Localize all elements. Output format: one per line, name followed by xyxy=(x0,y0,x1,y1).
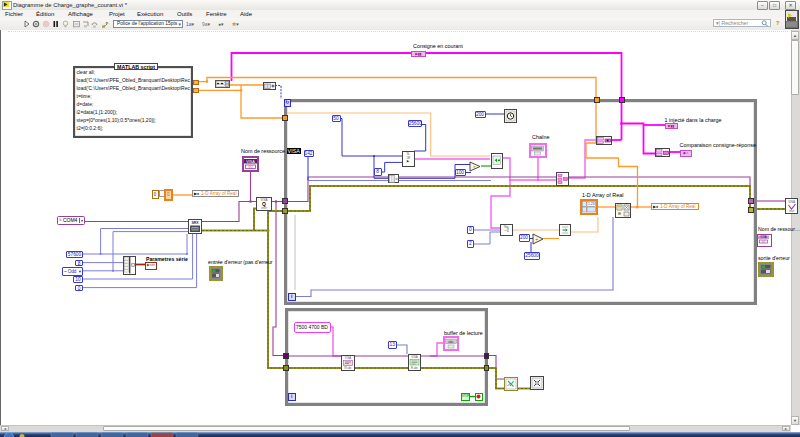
svg-text:VISA: VISA xyxy=(246,160,255,164)
svg-text:instr: instr xyxy=(789,209,794,213)
svg-text:I/O: I/O xyxy=(248,165,253,169)
svg-text:I/O: I/O xyxy=(762,239,765,243)
svg-text:SRX: SRX xyxy=(191,221,199,225)
svg-text:VISA: VISA xyxy=(788,200,795,204)
svg-text:instr: instr xyxy=(261,206,266,210)
svg-text:R abc: R abc xyxy=(411,366,418,370)
svg-text:VISA: VISA xyxy=(344,356,351,360)
svg-text:VISA: VISA xyxy=(760,235,767,239)
svg-text:abc: abc xyxy=(448,340,454,344)
svg-text:W abc: W abc xyxy=(344,366,352,370)
svg-text:1.23: 1.23 xyxy=(588,202,595,206)
svg-text:VISA: VISA xyxy=(411,355,418,359)
